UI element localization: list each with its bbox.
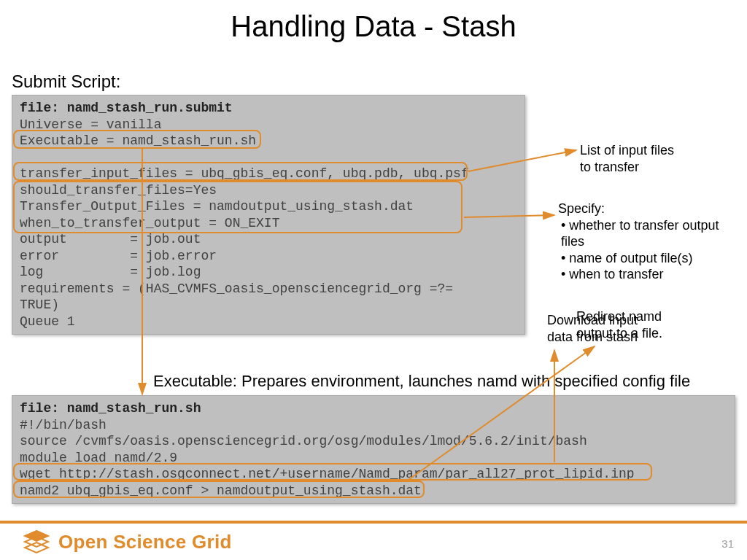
submit-script-content: Universe = vanilla Executable = namd_sta… [20, 117, 469, 329]
annot-specify-item-2: name of output file(s) [561, 250, 733, 267]
codeblock-sh: file: namd_stash_run.sh #!/bin/bash sour… [12, 395, 735, 504]
annot-specify: Specify: whether to transfer output file… [558, 201, 733, 283]
file-label-1: file: namd_stash_run.submit [20, 101, 233, 115]
brand-text: Open Science Grid [58, 531, 232, 553]
annot-input-files: List of input files to transfer [580, 142, 674, 175]
annot-specify-item-1: whether to transfer output files [561, 217, 733, 250]
codeblock-submit: file: namd_stash_run.submit Universe = v… [12, 95, 525, 335]
footer: Open Science Grid [0, 524, 747, 560]
slide-title: Handling Data - Stash [0, 0, 747, 43]
annot-specify-item-3: when to transfer [561, 266, 733, 283]
page-number: 31 [721, 537, 734, 550]
annot-redirect: Redirect namd output to a file. [576, 308, 662, 341]
annot-specify-heading: Specify: [558, 201, 733, 217]
submit-script-label: Submit Script: [12, 71, 120, 92]
logo-icon [22, 529, 51, 554]
executable-note: Executable: Prepares environment, launch… [153, 372, 690, 391]
file-label-2: file: namd_stash_run.sh [20, 401, 201, 416]
sh-script-content: #!/bin/bash source /cvmfs/oasis.openscie… [20, 418, 635, 498]
